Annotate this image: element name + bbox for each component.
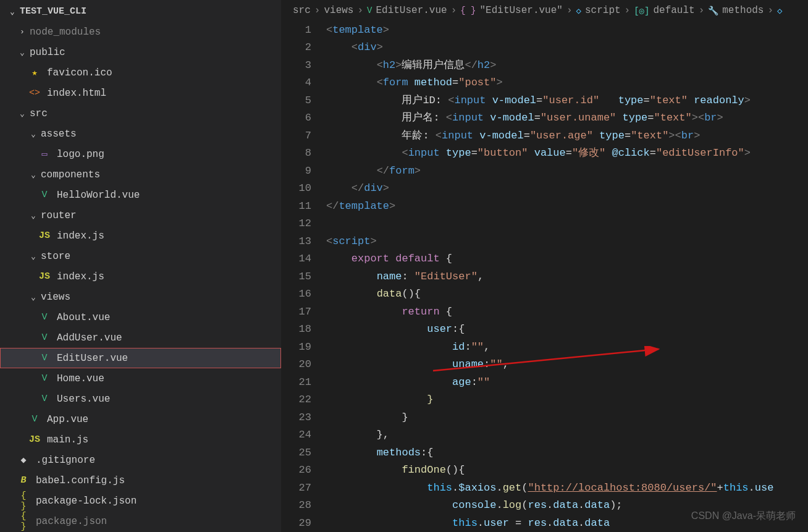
- tree-item-label: .gitignore: [36, 455, 281, 466]
- code-line[interactable]: <h2>编辑用户信息</h2>: [326, 57, 808, 75]
- file-item[interactable]: ◆.gitignore: [0, 450, 281, 470]
- folder-item[interactable]: ⌄public: [0, 42, 281, 62]
- file-item[interactable]: VHome.vue: [0, 368, 281, 389]
- code-line[interactable]: }: [326, 409, 808, 427]
- vue-icon: V: [38, 373, 51, 384]
- file-item[interactable]: VUsers.vue: [0, 389, 281, 409]
- file-item[interactable]: VAbout.vue: [0, 307, 281, 327]
- line-number: 15: [282, 268, 311, 286]
- line-number: 20: [282, 356, 311, 374]
- breadcrumb-label: methods: [722, 5, 764, 16]
- tree-item-label: components: [41, 169, 281, 180]
- breadcrumb-segment[interactable]: ◇script: [576, 5, 621, 16]
- code-line[interactable]: 年龄: <input v-model="user.age" type="text…: [326, 127, 808, 145]
- file-item[interactable]: { }package-lock.json: [0, 491, 281, 511]
- chevron-right-icon: ›: [357, 5, 363, 16]
- folder-item[interactable]: ⌄assets: [0, 124, 281, 144]
- folder-item[interactable]: ⌄router: [0, 205, 281, 226]
- code-line[interactable]: </template>: [326, 198, 808, 216]
- code-line[interactable]: age:"": [326, 374, 808, 392]
- code-line[interactable]: name: "EditUser",: [326, 268, 808, 286]
- tree-item-label: store: [41, 251, 281, 262]
- line-number: 13: [282, 233, 311, 251]
- code-line[interactable]: return {: [326, 303, 808, 321]
- code-line[interactable]: <div>: [326, 39, 808, 57]
- chevron-down-icon: ⌄: [28, 129, 38, 139]
- chevron-right-icon: ›: [17, 27, 27, 36]
- code-line[interactable]: uname:"",: [326, 356, 808, 374]
- code-line[interactable]: this.$axios.get("http://localhost:8080/u…: [326, 479, 808, 497]
- folder-item[interactable]: ⌄src: [0, 103, 281, 124]
- project-name: TEST_VUE_CLI: [20, 6, 86, 17]
- explorer-header[interactable]: ⌄ TEST_VUE_CLI: [0, 4, 281, 22]
- tree-item-label: EditUser.vue: [57, 353, 281, 364]
- code-line[interactable]: }: [326, 391, 808, 409]
- file-item[interactable]: VAddUser.vue: [0, 327, 281, 348]
- folder-item[interactable]: ⌄components: [0, 164, 281, 185]
- breadcrumb-segment[interactable]: 🔧methods: [708, 5, 764, 16]
- breadcrumb-label: "EditUser.vue": [480, 5, 563, 16]
- folder-item[interactable]: ›node_modules: [0, 22, 281, 42]
- code-line[interactable]: id:"",: [326, 339, 808, 357]
- breadcrumb-label: src: [293, 5, 311, 16]
- code-line[interactable]: </form>: [326, 163, 808, 180]
- file-item[interactable]: JSmain.js: [0, 429, 281, 450]
- file-item[interactable]: VEditUser.vue: [0, 348, 281, 368]
- code-line[interactable]: user:{: [326, 321, 808, 339]
- vue-icon: V: [38, 394, 51, 404]
- chevron-down-icon: ⌄: [17, 48, 27, 57]
- file-item[interactable]: VApp.vue: [0, 409, 281, 429]
- vue-icon: V: [38, 312, 51, 323]
- code-line[interactable]: [326, 215, 808, 233]
- code-line[interactable]: export default {: [326, 250, 808, 268]
- code-line[interactable]: 用户iD: <input v-model="user.id" type="tex…: [326, 92, 808, 110]
- line-number: 26: [282, 462, 311, 479]
- file-item[interactable]: Bbabel.config.js: [0, 470, 281, 491]
- code-line[interactable]: <input type="button" value="修改" @click="…: [326, 145, 808, 163]
- file-item[interactable]: JSindex.js: [0, 266, 281, 287]
- line-number: 8: [282, 145, 311, 163]
- babel-icon: B: [17, 475, 30, 486]
- tree-item-label: Home.vue: [57, 373, 281, 384]
- file-item[interactable]: ★favicon.ico: [0, 62, 281, 83]
- folder-item[interactable]: ⌄store: [0, 246, 281, 266]
- line-number: 3: [282, 57, 311, 75]
- code-line[interactable]: data(){: [326, 285, 808, 303]
- line-number: 9: [282, 163, 311, 180]
- code-content[interactable]: <template> <div> <h2>编辑用户信息</h2> <form m…: [326, 22, 808, 533]
- file-item[interactable]: JSindex.js: [0, 226, 281, 246]
- code-line[interactable]: <template>: [326, 22, 808, 40]
- code-editor[interactable]: 1234567891011121314151617181920212223242…: [282, 22, 808, 533]
- chevron-right-icon: ›: [451, 5, 457, 16]
- line-number: 16: [282, 285, 311, 303]
- none-icon: ◆: [17, 454, 30, 466]
- chevron-down-icon: ⌄: [28, 170, 38, 180]
- breadcrumb[interactable]: src›views›VEditUser.vue›{ }"EditUser.vue…: [282, 0, 808, 22]
- code-line[interactable]: <form method="post">: [326, 74, 808, 92]
- chevron-down-icon: ⌄: [17, 109, 27, 119]
- breadcrumb-segment[interactable]: ◇: [777, 6, 786, 16]
- code-line[interactable]: 用户名: <input v-model="user.uname" type="t…: [326, 109, 808, 127]
- file-item[interactable]: ▭logo.png: [0, 144, 281, 164]
- chevron-down-icon: ⌄: [28, 251, 38, 261]
- tree-item-label: babel.config.js: [36, 475, 281, 486]
- line-number: 21: [282, 374, 311, 392]
- breadcrumb-label: default: [653, 5, 694, 16]
- breadcrumb-segment[interactable]: { }"EditUser.vue": [460, 5, 563, 16]
- code-line[interactable]: },: [326, 426, 808, 444]
- file-item[interactable]: { }package.json: [0, 511, 281, 531]
- star-icon: ★: [28, 67, 41, 78]
- breadcrumb-segment[interactable]: VEditUser.vue: [367, 5, 447, 16]
- file-item[interactable]: <>index.html: [0, 83, 281, 103]
- breadcrumb-segment[interactable]: [◎]default: [634, 5, 694, 16]
- line-number: 14: [282, 250, 311, 268]
- breadcrumb-segment[interactable]: src: [293, 5, 311, 16]
- code-line[interactable]: </div>: [326, 180, 808, 198]
- code-line[interactable]: methods:{: [326, 444, 808, 462]
- line-number: 5: [282, 92, 311, 110]
- file-item[interactable]: VHelloWorld.vue: [0, 185, 281, 205]
- folder-item[interactable]: ⌄views: [0, 287, 281, 307]
- code-line[interactable]: <script>: [326, 233, 808, 251]
- code-line[interactable]: findOne(){: [326, 462, 808, 479]
- breadcrumb-segment[interactable]: views: [324, 5, 353, 16]
